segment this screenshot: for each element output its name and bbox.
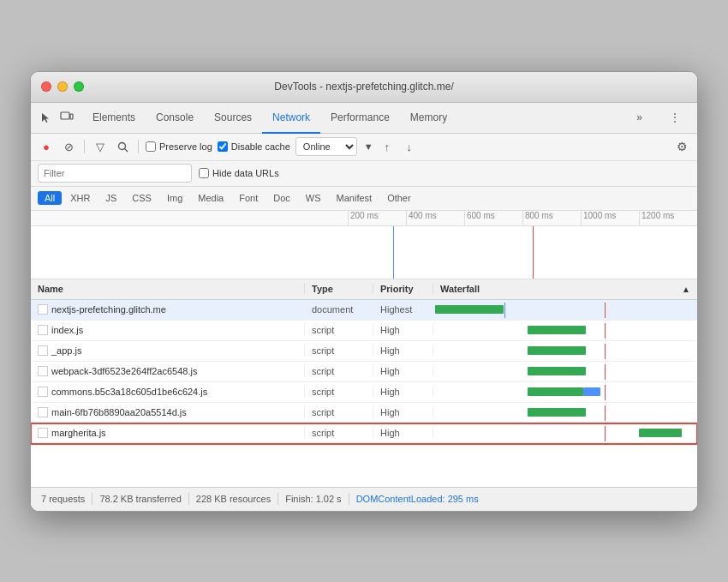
disable-cache-input[interactable]	[218, 141, 228, 152]
ruler-tick-1: 200 ms	[348, 211, 406, 225]
row-waterfall	[433, 403, 697, 423]
tab-menu[interactable]: ⋮	[659, 103, 690, 134]
tab-sources[interactable]: Sources	[204, 103, 262, 134]
row-type: script	[305, 325, 373, 335]
file-icon	[38, 366, 48, 376]
type-btn-all[interactable]: All	[38, 191, 62, 205]
header-waterfall[interactable]: Waterfall ▲	[433, 284, 697, 294]
type-filter-bar: All XHR JS CSS Img Media Font Doc WS Man…	[31, 187, 697, 211]
status-transferred: 78.2 KB transferred	[99, 494, 181, 504]
devtools-window: DevTools - nextjs-prefetching.glitch.me/…	[30, 71, 698, 512]
tab-icons	[38, 109, 75, 126]
status-divider-1	[92, 493, 92, 505]
network-toolbar: ● ⊘ ▽ Preserve log Disable cache Online …	[31, 134, 697, 161]
waterfall-bar	[528, 408, 586, 417]
status-finish: Finish: 1.02 s	[285, 494, 341, 504]
file-icon	[38, 428, 48, 438]
row-priority: High	[373, 325, 433, 335]
type-btn-other[interactable]: Other	[380, 191, 418, 205]
table-row[interactable]: _app.js script High	[31, 341, 697, 362]
status-dom-content-loaded[interactable]: DOMContentLoaded: 295 ms	[356, 494, 479, 504]
type-btn-img[interactable]: Img	[160, 191, 189, 205]
settings-button[interactable]: ⚙	[673, 138, 690, 155]
waterfall-bar	[528, 387, 583, 396]
header-type[interactable]: Type	[305, 284, 373, 294]
tab-performance[interactable]: Performance	[320, 103, 400, 134]
record-button[interactable]: ●	[38, 138, 55, 155]
row-type: document	[305, 304, 373, 315]
disable-cache-checkbox[interactable]: Disable cache	[218, 141, 290, 152]
waterfall-bar	[528, 346, 586, 355]
cursor-icon[interactable]	[38, 109, 55, 126]
row-type: script	[305, 345, 373, 356]
export-button[interactable]: ↓	[401, 138, 418, 155]
svg-rect-0	[61, 112, 69, 119]
type-btn-ws[interactable]: WS	[299, 191, 328, 205]
preserve-log-input[interactable]	[146, 141, 156, 152]
header-name[interactable]: Name	[31, 284, 305, 294]
file-icon	[38, 387, 48, 397]
close-button[interactable]	[41, 81, 51, 92]
tab-console[interactable]: Console	[146, 103, 204, 134]
import-button[interactable]: ↑	[379, 138, 396, 155]
maximize-button[interactable]	[74, 81, 84, 92]
hide-data-urls-checkbox[interactable]: Hide data URLs	[199, 168, 279, 178]
row-name: commons.b5c3a18c605d1be6c624.js	[31, 387, 305, 397]
devtools-tab-bar: Elements Console Sources Network Perform…	[31, 103, 697, 134]
row-waterfall	[433, 382, 697, 402]
stop-button[interactable]: ⊘	[60, 138, 77, 155]
svg-line-3	[124, 148, 128, 152]
throttle-select[interactable]: Online Fast 3G Slow 3G Offline	[295, 137, 357, 156]
more-tabs: » ⋮	[626, 103, 690, 133]
upload-download-group: ↑ ↓	[379, 138, 418, 155]
minimize-button[interactable]	[57, 81, 68, 92]
tab-memory[interactable]: Memory	[400, 103, 457, 134]
filter-bar: Hide data URLs	[31, 161, 697, 187]
tab-more[interactable]: »	[626, 103, 653, 134]
ruler-tick-6: 1200 ms	[639, 211, 697, 225]
svg-point-2	[118, 142, 125, 149]
table-row[interactable]: commons.b5c3a18c605d1be6c624.js script H…	[31, 382, 697, 403]
waterfall-bar	[639, 429, 682, 437]
row-waterfall	[433, 423, 697, 443]
type-btn-media[interactable]: Media	[191, 191, 230, 205]
type-btn-css[interactable]: CSS	[125, 191, 158, 205]
hide-data-urls-input[interactable]	[199, 168, 209, 178]
row-type: script	[305, 366, 373, 376]
table-row-margherita[interactable]: margherita.js script High	[31, 423, 697, 444]
status-divider-3	[277, 493, 278, 505]
table-row[interactable]: main-6fb76b8890aa20a5514d.js script High	[31, 403, 697, 423]
waterfall-bar-blue	[583, 387, 600, 396]
row-priority: High	[373, 345, 433, 356]
filter-input[interactable]	[38, 164, 192, 183]
row-waterfall	[433, 341, 697, 361]
search-button[interactable]	[114, 138, 131, 155]
device-icon[interactable]	[58, 109, 75, 126]
row-type: script	[305, 428, 373, 438]
table-row[interactable]: nextjs-prefetching.glitch.me document Hi…	[31, 300, 697, 321]
tab-elements[interactable]: Elements	[82, 103, 146, 134]
row-priority: High	[373, 387, 433, 397]
type-btn-xhr[interactable]: XHR	[63, 191, 97, 205]
table-row[interactable]: index.js script High	[31, 321, 697, 341]
filter-button[interactable]: ▽	[92, 138, 109, 155]
tab-network[interactable]: Network	[262, 103, 320, 134]
status-divider-4	[349, 493, 349, 505]
row-type: script	[305, 407, 373, 417]
header-priority[interactable]: Priority	[373, 284, 433, 294]
row-priority: High	[373, 366, 433, 376]
table-empty-space	[31, 444, 697, 487]
type-btn-manifest[interactable]: Manifest	[330, 191, 379, 205]
status-resources: 228 KB resources	[196, 494, 271, 504]
svg-rect-1	[70, 114, 73, 119]
type-btn-doc[interactable]: Doc	[266, 191, 297, 205]
type-btn-font[interactable]: Font	[232, 191, 265, 205]
status-requests: 7 requests	[41, 494, 85, 504]
file-icon	[38, 345, 48, 356]
file-icon	[38, 304, 48, 315]
table-row[interactable]: webpack-3df6523e264ff2ac6548.js script H…	[31, 362, 697, 382]
type-btn-js[interactable]: JS	[98, 191, 123, 205]
waterfall-bar	[528, 367, 586, 375]
preserve-log-checkbox[interactable]: Preserve log	[146, 141, 212, 152]
waterfall-bar	[435, 305, 504, 314]
